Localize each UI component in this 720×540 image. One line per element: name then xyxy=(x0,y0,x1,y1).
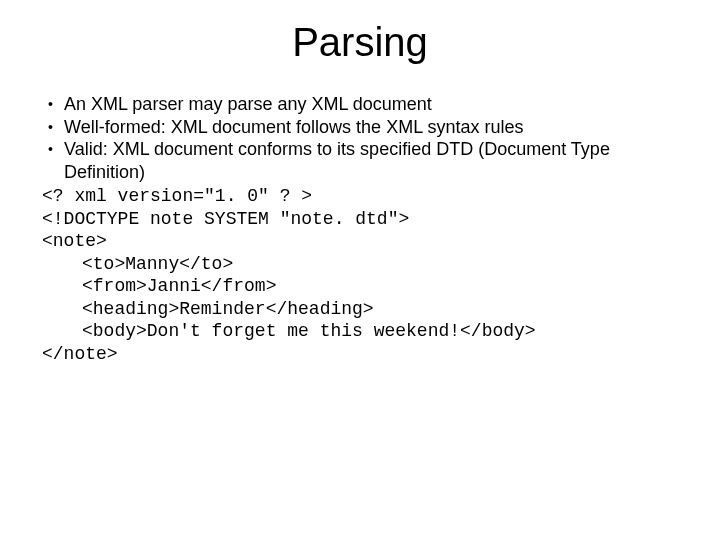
bullet-dot: • xyxy=(42,138,64,160)
code-line: <note> xyxy=(42,230,692,253)
code-line: <!DOCTYPE note SYSTEM "note. dtd"> xyxy=(42,208,692,231)
code-line: <heading>Reminder</heading> xyxy=(42,298,692,321)
slide: Parsing • An XML parser may parse any XM… xyxy=(0,0,720,540)
code-block: <? xml version="1. 0" ? > <!DOCTYPE note… xyxy=(42,185,692,365)
code-line: </note> xyxy=(42,343,692,366)
code-line: <to>Manny</to> xyxy=(42,253,692,276)
bullet-dot: • xyxy=(42,116,64,138)
bullet-item: • Valid: XML document conforms to its sp… xyxy=(42,138,692,183)
code-line: <from>Janni</from> xyxy=(42,275,692,298)
bullet-text: Valid: XML document conforms to its spec… xyxy=(64,138,692,183)
slide-title: Parsing xyxy=(28,20,692,65)
code-line: <? xml version="1. 0" ? > xyxy=(42,185,692,208)
bullet-text: Well-formed: XML document follows the XM… xyxy=(64,116,692,139)
slide-content: • An XML parser may parse any XML docume… xyxy=(28,93,692,365)
bullet-item: • Well-formed: XML document follows the … xyxy=(42,116,692,139)
bullet-text: An XML parser may parse any XML document xyxy=(64,93,692,116)
bullet-dot: • xyxy=(42,93,64,115)
bullet-item: • An XML parser may parse any XML docume… xyxy=(42,93,692,116)
code-line: <body>Don't forget me this weekend!</bod… xyxy=(42,320,692,343)
